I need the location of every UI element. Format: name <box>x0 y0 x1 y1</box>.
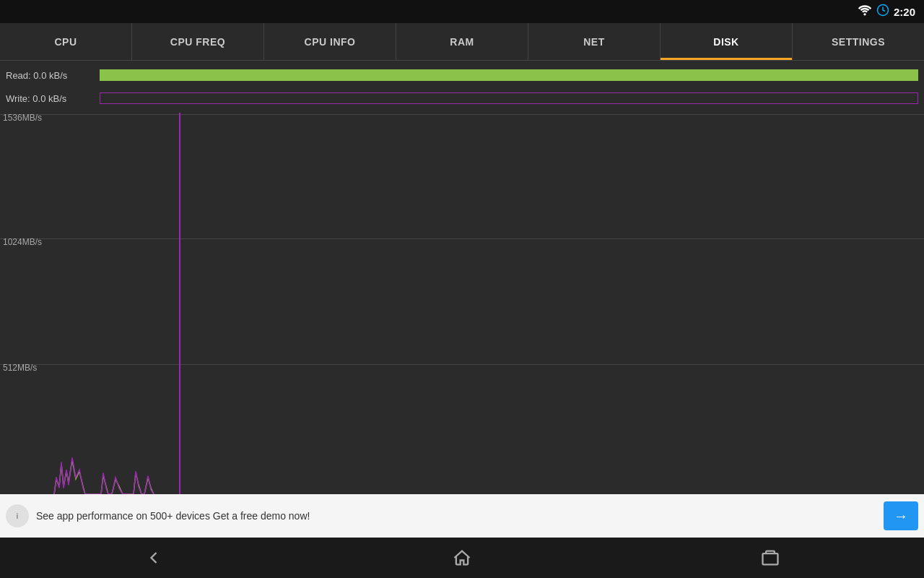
svg-point-0 <box>863 13 866 15</box>
home-button[interactable] <box>440 543 484 572</box>
write-row: Write: 0.0 kB/s <box>0 87 924 110</box>
back-button[interactable] <box>132 543 175 572</box>
bottom-nav <box>0 538 924 578</box>
tab-net[interactable]: NET <box>528 23 661 60</box>
ad-arrow-icon: → <box>894 508 908 525</box>
main-content: Read: 0.0 kB/s Write: 0.0 kB/s 1536MB/s … <box>0 61 924 494</box>
svg-rect-4 <box>762 553 777 564</box>
chart-svg <box>0 113 924 494</box>
ad-info-icon: i <box>6 504 29 527</box>
write-bar <box>100 92 918 104</box>
io-bars: Read: 0.0 kB/s Write: 0.0 kB/s <box>0 61 924 113</box>
status-bar: 2:20 <box>0 0 924 23</box>
tab-bar: CPU CPU FREQ CPU INFO RAM NET DISK SETTI… <box>0 23 924 61</box>
ad-banner: i See app performance on 500+ devices Ge… <box>0 494 924 538</box>
status-icons: 2:20 <box>858 4 915 20</box>
write-label: Write: 0.0 kB/s <box>6 93 100 104</box>
chart-area: 1536MB/s 1024MB/s 512MB/s <box>0 113 924 494</box>
tab-ram[interactable]: RAM <box>396 23 528 60</box>
tab-settings[interactable]: SETTINGS <box>793 23 924 60</box>
read-row: Read: 0.0 kB/s <box>0 64 924 87</box>
ad-cta-button[interactable]: → <box>884 501 918 530</box>
recents-button[interactable] <box>749 543 792 572</box>
tab-disk[interactable]: DISK <box>661 23 793 60</box>
tab-cpu[interactable]: CPU <box>0 23 132 60</box>
svg-text:i: i <box>17 512 18 520</box>
read-label: Read: 0.0 kB/s <box>6 70 100 81</box>
read-bar <box>100 69 918 81</box>
tab-cpu-freq[interactable]: CPU FREQ <box>132 23 264 60</box>
tab-cpu-info[interactable]: CPU INFO <box>264 23 396 60</box>
time-display: 2:20 <box>894 6 915 18</box>
read-bar-container <box>100 69 918 81</box>
battery-icon <box>876 4 889 20</box>
ad-text: See app performance on 500+ devices Get … <box>36 509 878 522</box>
wifi-icon <box>858 4 872 19</box>
write-bar-container <box>100 92 918 104</box>
